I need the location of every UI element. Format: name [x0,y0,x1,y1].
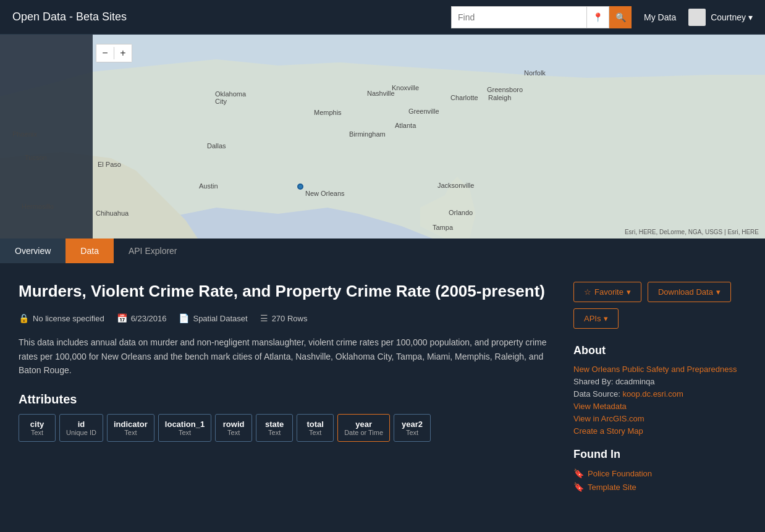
city-label-hermosillo: Hermosillo [22,203,54,210]
city-label-elpaso: El Paso [98,161,121,168]
attribute-badge-city: cityText [19,414,56,442]
meta-row: 🔒 No license specified 📅 6/23/2016 📄 Spa… [19,313,555,323]
star-icon: ☆ [584,287,591,297]
content-right: ☆ Favorite ▾ Download Data ▾ APIs ▾ Abou… [573,282,746,496]
city-label-oklahoma: OklahomaCity [215,90,246,105]
meta-rows: ☰ 270 Rows [260,313,308,323]
view-arcgis-link[interactable]: View in ArcGIS.com [573,414,746,423]
attributes-title: Attributes [19,392,555,407]
meta-date: 📅 6/23/2016 [117,313,167,323]
city-label-phoenix: Phoenix [12,130,37,138]
city-label-nashville: Nashville [367,90,395,97]
attribute-badge-year: yearDate or Time [337,414,390,442]
meta-type: 📄 Spatial Dataset [179,313,247,323]
found-in-item: 🔖Police Foundation [573,468,746,478]
dataset-title: Murders, Violent Crime Rate, and Propert… [19,282,555,301]
zoom-minus-button[interactable]: − [96,44,114,62]
user-avatar [688,9,706,26]
meta-license: 🔒 No license specified [19,313,104,323]
tab-api-explorer[interactable]: API Explorer [114,239,192,263]
search-input[interactable] [451,6,587,28]
city-label-norfolk: Norfolk [524,69,546,77]
bookmark-icon: 🔖 [573,482,584,492]
license-text: No license specified [33,314,104,323]
dataset-description: This data includes annual data on murder… [19,336,555,377]
user-menu[interactable]: Courtney ▾ [688,9,753,26]
city-label-tampa: Tampa [433,224,453,231]
attribute-badge-rowid: rowidText [215,414,252,442]
about-section: About New Orleans Public Safety and Prep… [573,344,746,436]
attributes-row: cityTextidUnique IDindicatorTextlocation… [19,414,555,442]
download-data-button[interactable]: Download Data ▾ [648,282,731,302]
city-label-greenville: Greenville [408,108,439,115]
found-in-title: Found In [573,448,746,461]
app-title: Open Data - Beta Sites [12,11,127,23]
city-label-neworleans: New Orleans [305,190,345,197]
lock-icon: 🔒 [19,313,29,323]
zoom-controls: − + [96,44,132,62]
view-metadata-link[interactable]: View Metadata [573,402,746,411]
map-container[interactable]: Phoenix Tucson Hermosillo Chihuahua El P… [0,35,765,239]
svg-marker-3 [124,208,433,239]
download-dropdown-icon: ▾ [716,287,721,297]
city-label-chihuahua: Chihuahua [96,209,129,217]
city-label-memphis: Memphis [314,109,342,116]
attribute-badge-location_1: location_1Text [158,414,211,442]
type-text: Spatial Dataset [193,314,247,323]
attribute-badge-id: idUnique ID [59,414,103,442]
attribute-badge-state: stateText [256,414,293,442]
shared-by-text: Shared By: dcadminqa [573,377,746,386]
found-in-items: 🔖Police Foundation🔖Template Site [573,468,746,492]
dataset-icon: 📄 [179,313,189,323]
city-label-dallas: Dallas [207,142,226,150]
apis-dropdown-icon: ▾ [604,314,608,323]
date-text: 6/23/2016 [131,314,167,323]
favorite-dropdown-icon: ▾ [627,287,631,297]
attribute-badge-indicator: indicatorText [107,414,154,442]
tabs: Overview Data API Explorer [0,239,765,263]
map-background: Phoenix Tucson Hermosillo Chihuahua El P… [0,35,765,239]
user-name: Courtney [711,12,746,22]
zoom-plus-button[interactable]: + [114,44,132,62]
favorite-button[interactable]: ☆ Favorite ▾ [573,282,641,302]
my-data-link[interactable]: My Data [644,12,676,22]
calendar-icon: 📅 [117,313,127,323]
city-label-charlotte: Charlotte [450,94,478,101]
city-label-tucson: Tucson [25,154,47,161]
city-label-greensboro: Greensboro [487,86,523,93]
user-menu-chevron: ▾ [748,12,753,22]
location-search-button[interactable]: 📍 [587,6,609,28]
data-source-link[interactable]: koop.dc.esri.com [623,389,683,399]
tab-overview[interactable]: Overview [0,239,66,263]
attribute-badge-year2: year2Text [394,414,431,442]
apis-button[interactable]: APIs ▾ [573,308,619,329]
map-point-neworleans [297,184,303,190]
city-label-jacksonville: Jacksonville [437,182,474,189]
city-label-raleigh: Raleigh [488,94,511,101]
search-button[interactable]: 🔍 [609,6,632,28]
data-source-text: Data Source: koop.dc.esri.com [573,389,746,399]
city-label-atlanta: Atlanta [395,122,416,129]
city-label-birmingham: Birmingham [349,130,386,138]
map-attribution: Esri, HERE, DeLorme, NGA, USGS | Esri, H… [625,229,759,235]
content-left: Murders, Violent Crime Rate, and Propert… [19,282,555,496]
found-in-link[interactable]: Police Foundation [588,469,652,478]
header: Open Data - Beta Sites 📍 🔍 My Data Court… [0,0,765,35]
city-label-austin: Austin [199,182,218,190]
about-title: About [573,344,746,357]
found-in-item: 🔖Template Site [573,482,746,492]
found-in-section: Found In 🔖Police Foundation🔖Template Sit… [573,448,746,492]
action-buttons: ☆ Favorite ▾ Download Data ▾ APIs ▾ [573,282,746,329]
city-label-knoxville: Knoxville [392,84,419,91]
svg-rect-0 [691,11,703,23]
city-label-orlando: Orlando [449,209,473,216]
search-bar: 📍 🔍 [451,6,632,28]
main-content: Murders, Violent Crime Rate, and Propert… [0,263,765,514]
attribute-badge-total: totalText [297,414,334,442]
rows-icon: ☰ [260,313,268,323]
tab-data[interactable]: Data [66,239,114,263]
org-link[interactable]: New Orleans Public Safety and Preparedne… [573,365,746,374]
create-story-map-link[interactable]: Create a Story Map [573,426,746,436]
found-in-link[interactable]: Template Site [588,483,636,492]
bookmark-icon: 🔖 [573,468,584,478]
